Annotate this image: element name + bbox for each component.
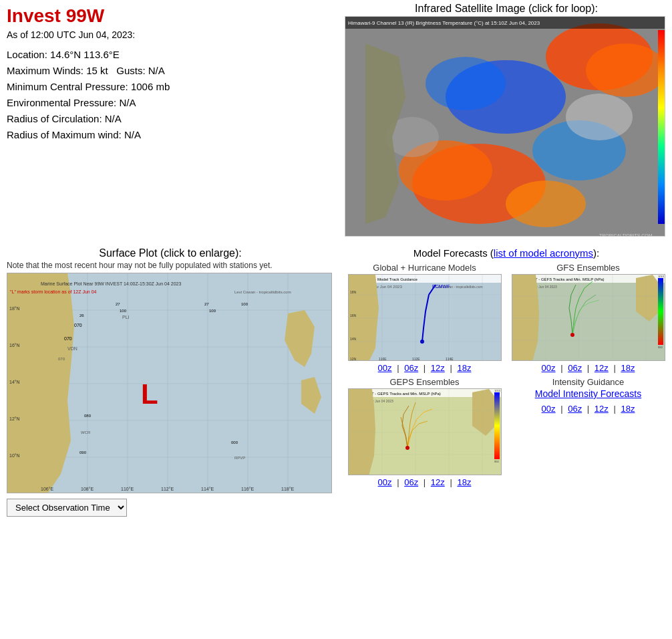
intensity-guidance-title: Intensity Guidance bbox=[552, 377, 625, 387]
svg-text:26: 26 bbox=[79, 313, 84, 317]
svg-rect-93 bbox=[658, 278, 663, 345]
gfs-ensembles-00z[interactable]: 00z bbox=[542, 363, 556, 373]
gusts: Gusts: N/A bbox=[116, 65, 165, 76]
surface-plot-note: Note that the most recent hour may not b… bbox=[7, 261, 334, 270]
intensity-06z[interactable]: 06z bbox=[568, 404, 582, 414]
geps-ensembles-title: GEPS Ensembles bbox=[389, 377, 459, 387]
svg-text:116°E: 116°E bbox=[241, 487, 254, 491]
model-forecasts-end: ): bbox=[593, 247, 599, 259]
geps-ensembles-00z[interactable]: 00z bbox=[378, 477, 392, 487]
model-intensity-forecasts-link[interactable]: Model Intensity Forecasts bbox=[535, 388, 642, 399]
model-forecasts-header: Model Forecasts (list of model acronyms)… bbox=[345, 247, 668, 259]
svg-text:Levi Cowan - tropicaltidbits.c: Levi Cowan - tropicaltidbits.com bbox=[234, 290, 291, 294]
svg-text:1010: 1010 bbox=[494, 389, 501, 392]
svg-text:14N: 14N bbox=[350, 337, 357, 341]
intensity-guidance-cell: Intensity Guidance Model Intensity Forec… bbox=[508, 377, 668, 487]
svg-rect-11 bbox=[658, 30, 665, 224]
env-pressure: Environmental Pressure: N/A bbox=[7, 95, 334, 111]
svg-text:Marine Surface Plot Near 99W I: Marine Surface Plot Near 99W INVEST 14:0… bbox=[41, 281, 181, 286]
surface-plot-image[interactable]: Marine Surface Plot Near 99W INVEST 14:0… bbox=[7, 273, 332, 493]
global-hurricane-18z[interactable]: 18z bbox=[457, 363, 471, 373]
intensity-18z[interactable]: 18z bbox=[621, 404, 635, 414]
radius-max-wind: Radius of Maximum wind: N/A bbox=[7, 127, 334, 143]
global-hurricane-00z[interactable]: 00z bbox=[378, 363, 392, 373]
global-hurricane-06z[interactable]: 06z bbox=[404, 363, 418, 373]
bottom-right: Model Forecasts (list of model acronyms)… bbox=[341, 245, 672, 519]
svg-text:VDN: VDN bbox=[67, 346, 77, 351]
svg-text:18N: 18N bbox=[350, 290, 357, 294]
gfs-ensembles-cell: GFS Ensembles 99W INVEST - GEFS Tracks a… bbox=[508, 263, 668, 373]
bottom-left: Surface Plot (click to enlarge): Note th… bbox=[0, 245, 341, 519]
svg-text:950: 950 bbox=[658, 346, 663, 349]
global-hurricane-time-links: 00z | 06z | 12z | 18z bbox=[376, 363, 474, 373]
model-grid: Global + Hurricane Models 99W INVEST - M… bbox=[345, 263, 668, 487]
geps-ensembles-18z[interactable]: 18z bbox=[457, 477, 471, 487]
right-panel: Infrared Satellite Image (click for loop… bbox=[341, 0, 672, 239]
geps-ensembles-12z[interactable]: 12z bbox=[431, 477, 445, 487]
model-acronyms-link[interactable]: list of model acronyms bbox=[494, 247, 593, 259]
svg-text:16N: 16N bbox=[350, 313, 357, 317]
gfs-ensembles-title: GFS Ensembles bbox=[556, 263, 620, 273]
svg-text:114E: 114E bbox=[446, 357, 454, 361]
svg-text:WCR: WCR bbox=[81, 430, 91, 434]
surface-plot-label[interactable]: Surface Plot (click to enlarge): bbox=[7, 247, 334, 259]
svg-text:18°N: 18°N bbox=[9, 306, 20, 311]
geps-ensembles-cell: GEPS Ensembles 99W INVEST - GEPS Tracks … bbox=[345, 377, 504, 487]
svg-text:ECMWF: ECMWF bbox=[432, 284, 450, 289]
svg-text:12N: 12N bbox=[350, 357, 357, 361]
intensity-00z[interactable]: 00z bbox=[542, 404, 556, 414]
top-section: Invest 99W As of 12:00 UTC Jun 04, 2023:… bbox=[0, 0, 672, 239]
bottom-section: Surface Plot (click to enlarge): Note th… bbox=[0, 245, 672, 519]
global-hurricane-image[interactable]: 99W INVEST - Model Track Guidance Levi C… bbox=[348, 274, 502, 361]
svg-text:L: L bbox=[141, 378, 158, 410]
svg-text:1010: 1010 bbox=[658, 275, 665, 278]
storm-info: Location: 14.6°N 113.6°E Maximum Winds: … bbox=[7, 47, 334, 143]
gfs-ensembles-18z[interactable]: 18z bbox=[621, 363, 635, 373]
svg-text:16°N: 16°N bbox=[9, 343, 20, 348]
svg-point-2 bbox=[586, 43, 665, 97]
left-panel: Invest 99W As of 12:00 UTC Jun 04, 2023:… bbox=[0, 0, 341, 239]
satellite-image[interactable]: Himawari-9 Channel 13 (IR) Brightness Te… bbox=[345, 16, 665, 237]
geps-ensembles-image[interactable]: 99W INVEST - GEPS Tracks and Min. MSLP (… bbox=[348, 388, 502, 475]
svg-text:090: 090 bbox=[79, 451, 87, 455]
svg-text:000: 000 bbox=[231, 440, 238, 444]
max-winds: Maximum Winds: 15 kt bbox=[7, 65, 108, 76]
observation-time-select[interactable]: Select Observation Time... bbox=[7, 499, 127, 517]
select-observation[interactable]: Select Observation Time... bbox=[7, 499, 127, 517]
intensity-guidance-time-links: 00z | 06z | 12z | 18z bbox=[540, 404, 637, 414]
svg-text:100: 100 bbox=[209, 309, 216, 313]
svg-text:106°E: 106°E bbox=[41, 487, 53, 491]
page-container: Invest 99W As of 12:00 UTC Jun 04, 2023:… bbox=[0, 0, 672, 519]
satellite-label[interactable]: Infrared Satellite Image (click for loop… bbox=[345, 3, 668, 15]
intensity-12z[interactable]: 12z bbox=[595, 404, 609, 414]
svg-text:112°E: 112°E bbox=[161, 487, 174, 491]
svg-text:14°N: 14°N bbox=[9, 380, 20, 384]
svg-text:Himawari-9 Channel 13 (IR) Bri: Himawari-9 Channel 13 (IR) Brightness Te… bbox=[348, 20, 540, 26]
as-of: As of 12:00 UTC Jun 04, 2023: bbox=[7, 29, 334, 40]
svg-point-5 bbox=[506, 180, 586, 227]
svg-text:TROPICALTIDBITS.COM: TROPICALTIDBITS.COM bbox=[599, 233, 653, 237]
svg-text:27: 27 bbox=[204, 302, 209, 306]
gfs-ensembles-12z[interactable]: 12z bbox=[595, 363, 609, 373]
global-hurricane-12z[interactable]: 12z bbox=[431, 363, 445, 373]
svg-point-9 bbox=[566, 94, 633, 140]
gfs-ensembles-image[interactable]: 99W INVEST - GEFS Tracks and Min. MSLP (… bbox=[512, 274, 665, 361]
svg-text:110°E: 110°E bbox=[121, 487, 134, 491]
svg-point-85 bbox=[570, 333, 574, 337]
svg-text:114°E: 114°E bbox=[201, 487, 214, 491]
svg-text:080: 080 bbox=[84, 414, 92, 418]
svg-text:10°N: 10°N bbox=[9, 453, 20, 458]
geps-ensembles-06z[interactable]: 06z bbox=[404, 477, 418, 487]
svg-text:070: 070 bbox=[58, 357, 65, 361]
global-hurricane-title: Global + Hurricane Models bbox=[373, 263, 476, 273]
svg-text:118°E: 118°E bbox=[281, 487, 294, 491]
svg-text:100: 100 bbox=[120, 309, 127, 313]
satellite-placeholder: Himawari-9 Channel 13 (IR) Brightness Te… bbox=[345, 17, 665, 236]
svg-text:070: 070 bbox=[64, 336, 72, 341]
min-pressure: Minimum Central Pressure: 1006 mb bbox=[7, 79, 334, 95]
svg-text:110E: 110E bbox=[379, 357, 387, 361]
geps-ensembles-time-links: 00z | 06z | 12z | 18z bbox=[376, 477, 474, 487]
gfs-ensembles-06z[interactable]: 06z bbox=[568, 363, 582, 373]
radius-circulation: Radius of Circulation: N/A bbox=[7, 111, 334, 127]
svg-text:PLI: PLI bbox=[122, 315, 130, 320]
